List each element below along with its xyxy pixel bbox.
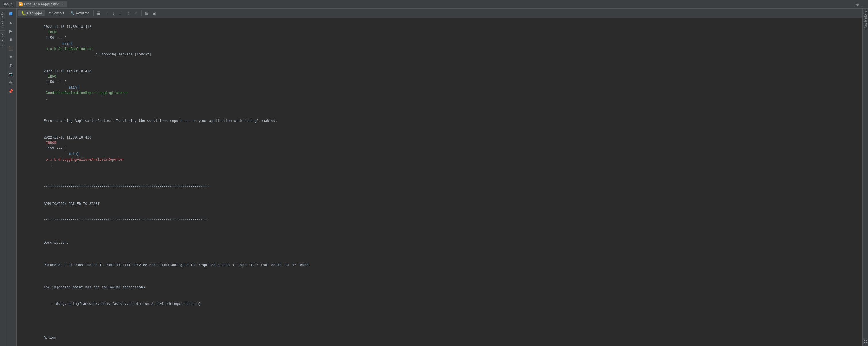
log-line-blank [17,318,862,324]
log-thread: main] [43,152,79,156]
log-desc-content: Description: [19,235,860,252]
structure-label[interactable]: Structure [0,30,5,50]
log-line-content: 2022-11-18 11:30:18.418 INFO 1159 --- [ … [19,63,860,108]
drop-frame-button: ✕ [133,10,140,17]
title-tab[interactable]: ▶ LimitServiceApplication × [16,1,67,7]
close-tab-button[interactable]: × [62,3,64,6]
log-line-description: Description: [17,235,862,252]
column-view-button[interactable]: ⊟ [151,10,158,17]
tab-icon: ▶ [19,2,23,6]
toolbar-separator [93,10,94,16]
debugger-icon: 🐛 [21,11,26,15]
log-line-injection: The injection point has the following an… [17,279,862,296]
log-line-blank [17,174,862,179]
camera-icon[interactable]: 📷 [6,70,16,78]
log-stars: ****************************************… [43,185,209,190]
trash-icon[interactable]: 🗑 [6,61,16,69]
minimize-button[interactable]: — [862,2,866,7]
toolbar-separator-2 [141,10,142,16]
log-app-failed: APPLICATION FAILED TO START [43,202,99,206]
tab-console[interactable]: ≡ Console [45,10,67,17]
settings-icon[interactable]: ⚙ [6,79,16,87]
tab-actuator[interactable]: 🔧 Actuator [68,10,92,17]
log-level-error: ERROR [43,141,56,145]
left-icon-sidebar: ▲ ▶ ⏸ ⬛ ≡ 🗑 📷 ⚙ 📌 [5,9,17,346]
menu-button[interactable]: ☰ [95,10,102,17]
svg-rect-2 [866,340,867,341]
debug-label: Debug: [2,2,13,6]
log-line-blank [17,251,862,257]
pause-icon[interactable]: ⏸ [6,36,16,44]
svg-rect-0 [9,12,12,15]
tab-debugger[interactable]: 🐛 Debugger [19,10,45,17]
svg-rect-3 [864,342,865,343]
log-pid-sep: 1159 --- [ [43,80,66,84]
notifications-icon[interactable] [862,339,868,346]
run-cursor-button[interactable]: ↑ [125,10,132,17]
log-action-content: Action: [19,329,860,346]
log-line: Error starting ApplicationContext. To di… [17,113,862,129]
log-line-error: 2022-11-18 11:30:18.426 ERROR 1159 --- [… [17,129,862,174]
log-line-content: Error starting ApplicationContext. To di… [19,113,860,129]
log-msg: : Stopping service [Tomcat] [43,53,151,57]
log-colon: : [43,163,52,167]
log-stars-content: ****************************************… [19,179,860,196]
log-line-content: 2022-11-18 11:30:18.426 ERROR 1159 --- [… [19,129,860,174]
log-line-blank [17,324,862,329]
title-bar-actions: ⚙ — [856,2,866,7]
table-view-button[interactable]: ⊞ [143,10,150,17]
log-colon: : [43,97,48,101]
step-down-button[interactable]: ↓ [110,10,117,17]
log-autowired-content: - @org.springframework.beans.factory.ann… [19,296,860,312]
log-timestamp: 2022-11-18 11:30:18.426 [43,136,91,140]
log-timestamp: 2022-11-18 11:30:18.418 [43,69,91,73]
log-error-text: Error starting ApplicationContext. To di… [43,119,277,123]
log-line-autowired: - @org.springframework.beans.factory.ann… [17,296,862,312]
vertical-labels-sidebar: Bookmarks Structure [0,9,5,346]
log-stars-2: ****************************************… [43,219,209,223]
step-icon[interactable]: ≡ [6,53,16,61]
pin-icon[interactable]: 📌 [6,87,16,95]
svg-rect-4 [866,342,867,343]
log-injection-content: The injection point has the following an… [19,279,860,296]
svg-rect-1 [864,340,865,341]
title-bar: Debug: ▶ LimitServiceApplication × ⚙ — [0,0,868,9]
log-pid-sep: 1159 --- [ [43,147,66,151]
log-line-blank [17,229,862,235]
settings-button[interactable]: ⚙ [856,2,859,7]
log-line-blank [17,107,862,113]
log-line-content: 2022-11-18 11:30:18.412 INFO 1159 --- [ … [19,19,860,63]
log-param: Parameter 0 of constructor in com.fsk.li… [43,263,310,267]
log-line-stars-1: ****************************************… [17,179,862,196]
step-up-button[interactable]: ↑ [103,10,110,17]
debug-run-icon[interactable] [6,10,16,18]
log-action: Action: [43,336,58,340]
console-label: Console [52,11,64,15]
log-logger: o.s.b.SpringApplication [43,47,93,51]
log-line-stars-2: ****************************************… [17,212,862,229]
tab-name: LimitServiceApplication [24,2,60,6]
play-resume-icon[interactable]: ▶ [6,27,16,35]
log-output-area[interactable]: 2022-11-18 11:30:18.412 INFO 1159 --- [ … [17,18,862,346]
log-logger-error: o.s.b.d.LoggingFailureAnalysisReporter [43,158,124,162]
log-level-info: INFO [43,75,56,79]
log-line-failed: APPLICATION FAILED TO START [17,196,862,213]
actuator-label: Actuator [76,11,89,15]
stop-icon[interactable]: ⬛ [6,44,16,52]
bookmarks-label[interactable]: Bookmarks [0,9,5,30]
log-timestamp: 2022-11-18 11:30:18.412 [43,25,91,29]
log-autowired: - @org.springframework.beans.factory.ann… [43,302,200,306]
log-logger: ConditionEvaluationReportLoggingListener [43,91,128,95]
log-line-param: Parameter 0 of constructor in com.fsk.li… [17,257,862,273]
step-up-icon[interactable]: ▲ [6,19,16,26]
log-thread: main] [43,42,73,46]
step-out-button[interactable]: ↓ [118,10,125,17]
log-stars-content-2: ****************************************… [19,212,860,229]
log-thread: main] [43,86,79,90]
log-level: INFO [43,30,56,34]
log-line-blank [17,273,862,279]
log-line-blank [17,312,862,318]
console-icon: ≡ [49,11,51,15]
actuator-icon: 🔧 [71,11,74,15]
debugger-label: Debugger [27,11,42,15]
